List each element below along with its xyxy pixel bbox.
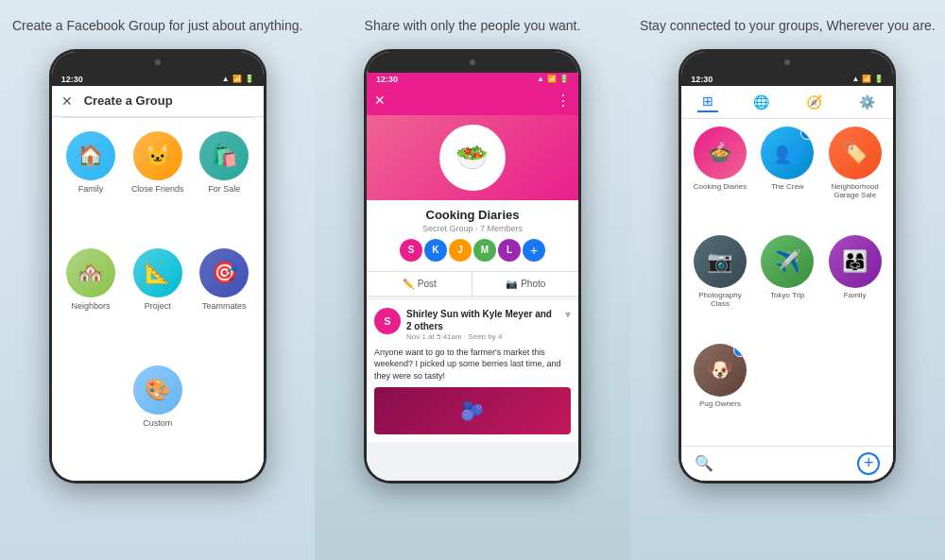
- signal-icon-2: ▲: [537, 75, 544, 83]
- status-time-3: 12:30: [691, 75, 713, 84]
- sale-circle: 🛍️: [199, 131, 249, 180]
- search-icon-bottom[interactable]: 🔍: [695, 454, 713, 472]
- post-header: S Shirley Sun with Kyle Meyer and 2 othe…: [374, 308, 571, 341]
- phone-3-content: ⊞ 🌐 🧭 ⚙️ 🍲 Cooking Diaries: [681, 86, 893, 481]
- phone-2-status-bar: 12:30 ▲ 📶 🔋: [367, 73, 578, 86]
- pug-circle: 🐶 3: [694, 344, 747, 397]
- post-action-button[interactable]: ✏️ Post: [367, 272, 473, 296]
- neighbors-circle: 🏘️: [66, 248, 115, 297]
- post-timestamp: Nov 1 at 5:41am · Seen by 4: [406, 332, 559, 341]
- status-icons-1: ▲ 📶 🔋: [222, 75, 254, 83]
- group-item-project[interactable]: 📐 Project: [126, 243, 189, 356]
- crew-label: The Crew: [771, 182, 804, 192]
- status-icons-2: ▲ 📶 🔋: [537, 75, 569, 83]
- friends-label: Close Friends: [131, 184, 184, 194]
- post-actions-bar: ✏️ Post 📷 Photo: [367, 271, 578, 297]
- tab-globe[interactable]: 🌐: [750, 92, 771, 112]
- group-the-crew[interactable]: 👥 1 The Crew: [757, 127, 818, 229]
- group-pug-owners[interactable]: 🐶 3 Pug Owners: [689, 344, 750, 438]
- sale-label: For Sale: [208, 184, 240, 194]
- tab-settings[interactable]: ⚙️: [856, 92, 877, 112]
- neighbors-label: Neighbors: [71, 301, 110, 311]
- group-info-section: Cooking Diaries Secret Group · 7 Members…: [367, 200, 578, 271]
- phone-2-notch: [367, 52, 578, 73]
- phone-3-notch: [681, 52, 893, 73]
- group-item-family[interactable]: 🏠 Family: [60, 126, 123, 239]
- post-body-text: Anyone want to go to the farmer's market…: [374, 347, 571, 382]
- group-meta: Secret Group · 7 Members: [376, 224, 569, 233]
- family-label: Family: [78, 184, 104, 194]
- photography-label: Photography Class: [689, 291, 750, 309]
- garage-sale-label: Neighborhood Garage Sale: [824, 182, 885, 200]
- crew-badge: 1: [800, 127, 814, 140]
- post-label: Post: [418, 279, 437, 289]
- pug-badge: 3: [733, 344, 747, 357]
- groups-grid: 🍲 Cooking Diaries 👥 1 The Crew: [681, 119, 893, 446]
- feed-section: S Shirley Sun with Kyle Meyer and 2 othe…: [367, 297, 578, 481]
- tab-compass[interactable]: 🧭: [803, 92, 824, 112]
- panel-stay-connected: Stay connected to your groups, Wherever …: [630, 0, 945, 560]
- wifi-icon-3: 📶: [862, 75, 871, 83]
- member-avatar-2[interactable]: K: [424, 239, 447, 262]
- project-label: Project: [145, 301, 171, 311]
- phone-2-header-bar: ✕ ⋮: [367, 86, 578, 115]
- group-item-neighbors[interactable]: 🏘️ Neighbors: [60, 243, 123, 356]
- panel-2-tagline: Share with only the people you want.: [365, 17, 581, 36]
- family-circle: 🏠: [66, 131, 115, 180]
- back-icon[interactable]: ✕: [374, 93, 386, 108]
- group-type-grid: 🏠 Family 🐱 Close Friends 🛍️ For Sale 🏘️: [52, 118, 264, 481]
- photography-circle: 📷: [694, 235, 747, 288]
- panel-share: Share with only the people you want. 12:…: [315, 0, 629, 560]
- group-item-for-sale[interactable]: 🛍️ For Sale: [193, 126, 256, 239]
- camera-dot-2: [470, 59, 475, 65]
- expand-icon[interactable]: ▾: [565, 308, 571, 321]
- member-avatar-1[interactable]: S: [400, 239, 422, 262]
- wifi-icon: 📶: [232, 75, 242, 83]
- group-family-3[interactable]: 👨‍👩‍👧 Family: [824, 235, 885, 338]
- battery-icon-2: 🔋: [559, 75, 569, 83]
- project-circle: 📐: [133, 248, 182, 297]
- crew-circle: 👥 1: [761, 127, 814, 179]
- phone-1-notch: [52, 52, 264, 73]
- group-cooking-diaries[interactable]: 🍲 Cooking Diaries: [689, 127, 750, 229]
- tokyo-circle: ✈️: [761, 235, 814, 288]
- signal-icon-3: ▲: [851, 75, 859, 83]
- feed-post-1: S Shirley Sun with Kyle Meyer and 2 othe…: [367, 300, 578, 443]
- phone-3-status-bar: 12:30 ▲ 📶 🔋: [681, 73, 893, 86]
- phone-1-header: ✕ Create a Group: [52, 86, 264, 117]
- member-avatar-3[interactable]: J: [449, 239, 472, 262]
- group-name: Cooking Diaries: [376, 208, 569, 222]
- photo-action-button[interactable]: 📷 Photo: [472, 272, 578, 296]
- group-item-teammates[interactable]: 🎯 Teammates: [193, 243, 256, 356]
- close-icon[interactable]: ✕: [61, 93, 73, 109]
- add-member-button[interactable]: +: [523, 239, 545, 262]
- teammates-label: Teammates: [202, 301, 247, 311]
- group-tokyo-trip[interactable]: ✈️ Tokyo Trip: [757, 235, 818, 338]
- add-group-button[interactable]: +: [857, 452, 880, 475]
- status-time-1: 12:30: [61, 75, 83, 84]
- phone-3-tabs: ⊞ 🌐 🧭 ⚙️: [681, 86, 893, 119]
- wifi-icon-2: 📶: [547, 75, 557, 83]
- panel-1-tagline: Create a Facebook Group for just about a…: [12, 17, 302, 36]
- phone-1-content: ✕ Create a Group 🏠 Family 🐱 Close Friend…: [52, 86, 264, 481]
- group-item-custom[interactable]: 🎨 Custom: [126, 360, 189, 473]
- member-avatar-4[interactable]: M: [473, 239, 496, 262]
- phone-1: 12:30 ▲ 📶 🔋 ✕ Create a Group 🏠 Fa: [49, 49, 266, 484]
- members-row: S K J M L +: [376, 239, 569, 267]
- panel-create-group: Create a Facebook Group for just about a…: [0, 0, 315, 560]
- group-hero-plate: 🥗: [439, 125, 506, 191]
- photo-label: Photo: [521, 279, 545, 289]
- family-3-circle: 👨‍👩‍👧: [829, 235, 882, 288]
- more-icon[interactable]: ⋮: [556, 92, 571, 110]
- member-avatar-5[interactable]: L: [498, 239, 521, 262]
- camera-dot-3: [784, 59, 790, 65]
- pug-label: Pug Owners: [699, 399, 741, 409]
- group-photography[interactable]: 📷 Photography Class: [689, 235, 750, 338]
- post-icon: ✏️: [403, 279, 414, 289]
- tab-grid[interactable]: ⊞: [697, 92, 718, 112]
- group-garage-sale[interactable]: 🏷️ Neighborhood Garage Sale: [824, 127, 885, 229]
- cooking-diaries-label: Cooking Diaries: [694, 182, 747, 192]
- phone-1-status-bar: 12:30 ▲ 📶 🔋: [52, 73, 264, 86]
- group-item-close-friends[interactable]: 🐱 Close Friends: [126, 126, 189, 239]
- garage-sale-circle: 🏷️: [829, 127, 882, 179]
